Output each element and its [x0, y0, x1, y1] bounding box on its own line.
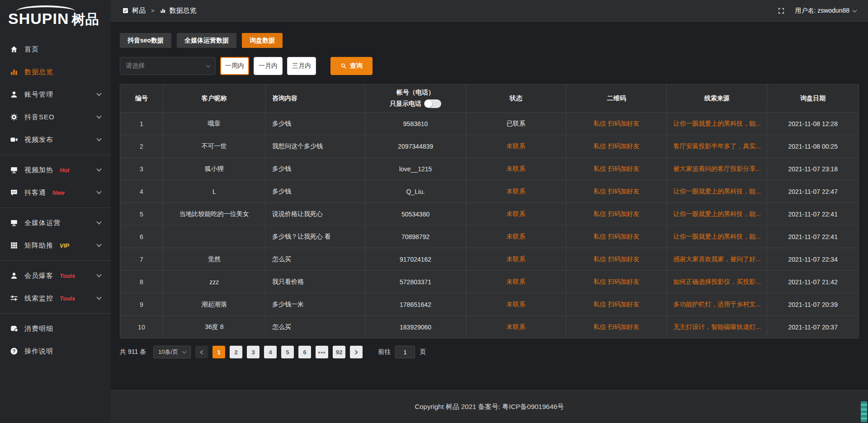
- inquiry-date: 2021-11-07 21:42: [767, 271, 859, 293]
- qr-add-friend-link[interactable]: 私信 扫码加好友: [566, 226, 666, 248]
- qr-add-friend-link[interactable]: 私信 扫码加好友: [566, 113, 666, 135]
- page-button-4[interactable]: 4: [264, 346, 277, 358]
- chevron-down-icon: [96, 189, 101, 194]
- sidebar-item-label: 消费明细: [24, 324, 53, 333]
- chevron-down-icon: [96, 91, 101, 96]
- range-button-week[interactable]: 一周内: [220, 57, 249, 75]
- sidebar-item-badge: Tools: [60, 295, 75, 302]
- table-header-row: 编号 客户昵称 咨询内容 帐号（电话） 只显示电话 状态 二维码 线索来源 询盘…: [120, 85, 859, 113]
- lead-source-link[interactable]: 无主灯设计，智能磁吸轨道灯...: [667, 316, 767, 338]
- customer-nickname: 狐小狸: [163, 158, 265, 180]
- tab-inquiry-data[interactable]: 询盘数据: [242, 33, 283, 48]
- lead-source-link[interactable]: 如何正确选择投影仪，买投影...: [667, 271, 767, 293]
- qr-add-friend-link[interactable]: 私信 扫码加好友: [566, 158, 666, 180]
- sidebar-item-data-overview[interactable]: 数据总览: [0, 61, 111, 83]
- tab-douyin-seo-data[interactable]: 抖音seo数据: [120, 33, 171, 48]
- breadcrumb-item-home[interactable]: 树品: [132, 6, 146, 15]
- row-number: 10: [120, 316, 163, 338]
- customer-nickname: [163, 226, 265, 248]
- sidebar-item-video-heating[interactable]: 视频加热Hot: [0, 159, 111, 181]
- col-nickname: 客户昵称: [163, 85, 265, 113]
- page-button-5[interactable]: 5: [281, 346, 294, 358]
- tab-omni-media-data[interactable]: 全媒体运营数据: [177, 33, 236, 48]
- account-phone: 572803371: [365, 271, 466, 293]
- divider: [0, 155, 111, 155]
- sidebar-item-label: 抖客通: [24, 188, 46, 197]
- fullscreen-icon[interactable]: [778, 7, 785, 14]
- chevron-down-icon: [96, 295, 101, 300]
- home-icon: [10, 45, 18, 53]
- qr-add-friend-link[interactable]: 私信 扫码加好友: [566, 180, 666, 203]
- page-button-3[interactable]: 3: [247, 346, 259, 358]
- video-icon: [10, 136, 18, 144]
- sidebar-item-douyin-seo[interactable]: 抖音SEO: [0, 106, 111, 128]
- qr-add-friend-link[interactable]: 私信 扫码加好友: [566, 248, 666, 271]
- inquiry-table: 编号 客户昵称 咨询内容 帐号（电话） 只显示电话 状态 二维码 线索来源 询盘…: [120, 84, 859, 338]
- sidebar-item-home[interactable]: 首页: [0, 38, 111, 61]
- lead-source-link[interactable]: 让你一眼就爱上的黑科技，能...: [667, 226, 767, 248]
- chat-widget[interactable]: [861, 401, 867, 422]
- chevron-down-icon: [96, 113, 101, 118]
- account-phone: Q_Liu.: [365, 180, 466, 203]
- page-button-1[interactable]: 1: [212, 346, 225, 358]
- customer-nickname: 潮起潮落: [163, 293, 265, 316]
- page-button-6[interactable]: 6: [298, 346, 311, 358]
- sidebar-item-lead-monitor[interactable]: 线索监控Tools: [0, 287, 111, 310]
- qr-add-friend-link[interactable]: 私信 扫码加好友: [566, 135, 666, 158]
- page-size-value: 10条/页: [158, 348, 178, 356]
- range-button-quarter[interactable]: 三月内: [287, 57, 316, 75]
- col-number: 编号: [120, 85, 163, 113]
- sidebar-item-matrix-boost[interactable]: 矩阵助推VIP: [0, 234, 111, 257]
- sidebar-item-video-publish[interactable]: 视频发布: [0, 128, 111, 151]
- lead-source-link[interactable]: 被大家追着问的客厅投影分享...: [667, 158, 767, 180]
- search-button[interactable]: 查询: [330, 57, 373, 75]
- page-button-92[interactable]: 92: [333, 346, 345, 358]
- range-button-month[interactable]: 一月内: [254, 57, 283, 75]
- page-size-select[interactable]: 10条/页: [153, 346, 191, 358]
- sidebar-item-doukertong[interactable]: 抖客通New: [0, 181, 111, 204]
- user-menu[interactable]: 用户名: zswodun88: [795, 7, 856, 15]
- inquiry-content: 怎么买: [265, 248, 365, 271]
- row-number: 8: [120, 271, 163, 293]
- footer: Copyright 树品 2021 备案号: 粤ICP备09019646号: [111, 390, 868, 423]
- next-page-button[interactable]: [350, 346, 363, 358]
- qr-add-friend-link[interactable]: 私信 扫码加好友: [566, 271, 666, 293]
- gear-icon: [10, 113, 18, 121]
- sidebar-item-omni-media-operation[interactable]: 全媒体运营: [0, 212, 111, 234]
- topbar-right: 用户名: zswodun88: [778, 7, 856, 15]
- lead-source-link[interactable]: 感谢大家喜欢我家，被问了好...: [667, 248, 767, 271]
- status-label: 已联系: [466, 113, 566, 135]
- status-label: 未联系: [466, 180, 566, 203]
- sidebar-item-account-management[interactable]: 账号管理: [0, 83, 111, 106]
- lead-source-link[interactable]: 让你一眼就爱上的黑科技，能...: [667, 180, 767, 203]
- filter-select[interactable]: 请选择: [120, 57, 216, 75]
- sidebar-item-member-baoke[interactable]: 会员爆客Tools: [0, 264, 111, 287]
- row-number: 3: [120, 158, 163, 180]
- lead-source-link[interactable]: 让你一眼就爱上的黑科技，能...: [667, 113, 767, 135]
- row-number: 1: [120, 113, 163, 135]
- qr-add-friend-link[interactable]: 私信 扫码加好友: [566, 316, 666, 338]
- page-button-2[interactable]: 2: [230, 346, 242, 358]
- topbar: 树品 > 数据总览 用户名: zswodun88: [111, 0, 868, 22]
- search-button-label: 查询: [350, 62, 363, 70]
- sidebar-item-label: 线索监控: [24, 294, 53, 303]
- status-label: 未联系: [466, 226, 566, 248]
- page-ellipsis[interactable]: •••: [316, 346, 328, 358]
- lead-source-link[interactable]: 客厅安装投影半年多了，真实...: [667, 135, 767, 158]
- sidebar-item-instructions[interactable]: ?操作说明: [0, 340, 111, 362]
- lead-source-link[interactable]: 让你一眼就爱上的黑科技，能...: [667, 203, 767, 226]
- jump-page-input[interactable]: [395, 346, 415, 358]
- status-label: 未联系: [466, 158, 566, 180]
- svg-text:?: ?: [13, 348, 15, 354]
- prev-page-button[interactable]: [195, 346, 208, 358]
- sliders-icon: [10, 294, 18, 302]
- sidebar-item-label: 首页: [24, 45, 39, 54]
- sidebar-item-consumption-detail[interactable]: 消费明细: [0, 317, 111, 340]
- row-number: 9: [120, 293, 163, 316]
- sidebar-item-badge: New: [52, 189, 65, 196]
- phone-only-toggle[interactable]: [424, 99, 441, 108]
- qr-add-friend-link[interactable]: 私信 扫码加好友: [566, 293, 666, 316]
- qr-add-friend-link[interactable]: 私信 扫码加好友: [566, 203, 666, 226]
- lead-source-link[interactable]: 多功能护栏灯，适用于乡村文...: [667, 293, 767, 316]
- sidebar-item-label: 操作说明: [24, 347, 53, 356]
